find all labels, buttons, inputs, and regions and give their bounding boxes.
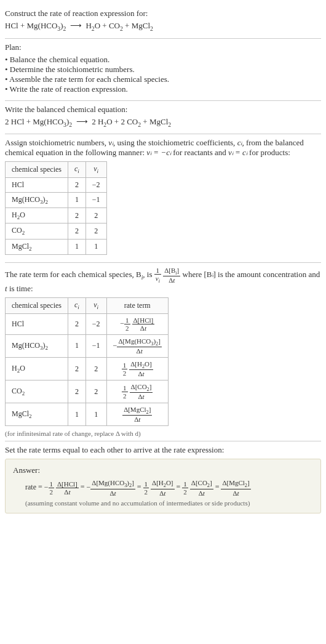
- col-species: chemical species: [6, 162, 68, 177]
- cell-species: H2O: [6, 357, 68, 380]
- rate-table: chemical species ci νi rate term HCl 2 −…: [5, 297, 169, 426]
- prompt-text: Construct the rate of reaction expressio…: [5, 9, 321, 18]
- unbalanced-equation: HCl + Mg(HCO3)2 ⟶ H2O + CO2 + MgCl2: [5, 21, 321, 32]
- cell-species: MgCl2: [6, 239, 68, 254]
- table-row: H2O 2 2 12 Δ[H2O]Δt: [6, 357, 169, 380]
- cell-species: Mg(HCO3)2: [6, 192, 68, 207]
- balanced-label: Write the balanced chemical equation:: [5, 105, 321, 115]
- cell-rate: 12 Δ[H2O]Δt: [106, 357, 168, 380]
- col-nui: νi: [85, 162, 106, 177]
- cell-species: MgCl2: [6, 403, 68, 426]
- text: , using the stoichiometric coefficients,: [113, 138, 237, 147]
- text: for reactants and: [171, 148, 228, 157]
- header-section: Construct the rate of reaction expressio…: [5, 5, 321, 39]
- cell-species: H2O: [6, 207, 68, 223]
- cell-c: 2: [68, 223, 85, 239]
- cell-rate: −Δ[Mg(HCO3)2]Δt: [106, 334, 168, 357]
- stoich-intro: Assign stoichiometric numbers, νᵢ, using…: [5, 138, 321, 158]
- table-row: Mg(HCO3)2 1 −1 −Δ[Mg(HCO3)2]Δt: [6, 334, 169, 357]
- final-section: Set the rate terms equal to each other t…: [5, 441, 321, 517]
- cell-rate: Δ[MgCl2]Δt: [106, 403, 168, 426]
- rate-expression: rate = −12 Δ[HCl]Δt = −Δ[Mg(HCO3)2]Δt = …: [25, 479, 313, 496]
- stoich-section: Assign stoichiometric numbers, νᵢ, using…: [5, 134, 321, 263]
- bi: Bi: [136, 270, 143, 279]
- col-nui: νi: [85, 298, 106, 313]
- delta-note: (for infinitesimal rate of change, repla…: [5, 430, 321, 437]
- plan-section: Plan: Balance the chemical equation. Det…: [5, 39, 321, 101]
- balanced-section: Write the balanced chemical equation: 2 …: [5, 101, 321, 135]
- col-ci: ci: [68, 162, 85, 177]
- rate-formula: 1νi Δ[Bi]Δt: [154, 270, 183, 279]
- rate-section: The rate term for each chemical species,…: [5, 263, 321, 441]
- final-intro: Set the rate terms equal to each other t…: [5, 445, 321, 455]
- cell-nu: 1: [85, 239, 106, 254]
- cell-rate: −12 Δ[HCl]Δt: [106, 313, 168, 334]
- table-row: MgCl211: [6, 239, 107, 254]
- text: is time:: [7, 284, 33, 293]
- text: The rate term for each chemical species,: [5, 270, 136, 279]
- cell-species: CO2: [6, 223, 68, 239]
- cell-c: 2: [68, 357, 85, 380]
- plan-list: Balance the chemical equation. Determine…: [5, 55, 321, 94]
- plan-item: Assemble the rate term for each chemical…: [5, 74, 321, 84]
- answer-label: Answer:: [13, 465, 313, 475]
- rel2: νᵢ = cᵢ: [228, 148, 247, 157]
- text: Assign stoichiometric numbers,: [5, 138, 108, 147]
- plan-label: Plan:: [5, 42, 321, 52]
- cell-c: 2: [68, 177, 85, 192]
- cell-nu: −2: [85, 177, 106, 192]
- plan-item: Determine the stoichiometric numbers.: [5, 65, 321, 74]
- rate-intro: The rate term for each chemical species,…: [5, 267, 321, 294]
- answer-box: Answer: rate = −12 Δ[HCl]Δt = −Δ[Mg(HCO3…: [5, 459, 321, 513]
- plan-item: Balance the chemical equation.: [5, 55, 321, 65]
- cell-nu: −2: [85, 313, 106, 334]
- table-row: HCl 2 −2 −12 Δ[HCl]Δt: [6, 313, 169, 334]
- table-row: HCl2−2: [6, 177, 107, 192]
- text: for products:: [247, 148, 290, 157]
- cell-nu: 2: [85, 223, 106, 239]
- rel1: νᵢ = −cᵢ: [146, 148, 171, 157]
- table-row: H2O22: [6, 207, 107, 223]
- cell-nu: −1: [85, 192, 106, 207]
- plan-item: Write the rate of reaction expression.: [5, 84, 321, 94]
- cell-rate: 12 Δ[CO2]Δt: [106, 380, 168, 403]
- table-row: CO222: [6, 223, 107, 239]
- text: where [Bᵢ] is the amount concentration a…: [183, 270, 320, 279]
- stoich-table: chemical species ci νi HCl2−2 Mg(HCO3)21…: [5, 161, 107, 255]
- table-header-row: chemical species ci νi rate term: [6, 298, 169, 313]
- table-header-row: chemical species ci νi: [6, 162, 107, 177]
- col-species: chemical species: [6, 298, 68, 313]
- table-row: CO2 2 2 12 Δ[CO2]Δt: [6, 380, 169, 403]
- cell-nu: 2: [85, 357, 106, 380]
- balanced-equation: 2 HCl + Mg(HCO3)2 ⟶ 2 H2O + 2 CO2 + MgCl…: [5, 117, 321, 128]
- cell-c: 1: [68, 192, 85, 207]
- cell-c: 2: [68, 207, 85, 223]
- cell-c: 2: [68, 380, 85, 403]
- col-ci: ci: [68, 298, 85, 313]
- cell-nu: −1: [85, 334, 106, 357]
- cell-species: HCl: [6, 313, 68, 334]
- cell-species: CO2: [6, 380, 68, 403]
- cell-c: 1: [68, 403, 85, 426]
- table-row: Mg(HCO3)21−1: [6, 192, 107, 207]
- cell-c: 2: [68, 313, 85, 334]
- cell-nu: 1: [85, 403, 106, 426]
- cell-nu: 2: [85, 380, 106, 403]
- table-row: MgCl2 1 1 Δ[MgCl2]Δt: [6, 403, 169, 426]
- text: , is: [143, 270, 154, 279]
- col-rate: rate term: [106, 298, 168, 313]
- cell-c: 1: [68, 334, 85, 357]
- cell-c: 1: [68, 239, 85, 254]
- cell-species: HCl: [6, 177, 68, 192]
- cell-nu: 2: [85, 207, 106, 223]
- nu-i: νᵢ: [108, 138, 113, 147]
- cell-species: Mg(HCO3)2: [6, 334, 68, 357]
- assumption-note: (assuming constant volume and no accumul…: [25, 499, 313, 507]
